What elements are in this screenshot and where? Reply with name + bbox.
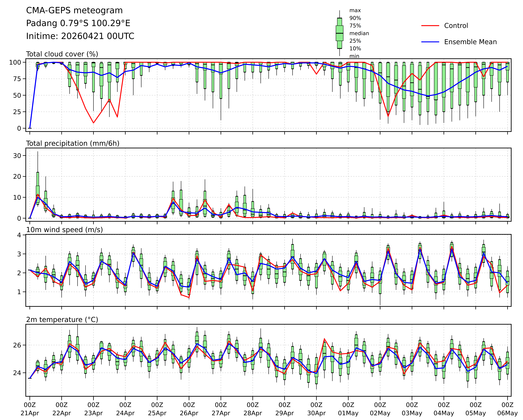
box-25-75	[76, 62, 79, 75]
legend-series-label: Ensemble Mean	[444, 38, 497, 46]
panel-title: Total precipitation (mm/6h)	[26, 139, 120, 147]
x-label-hour: 00Z	[406, 401, 418, 408]
panel-total-precipitation-mm-6h: 0102030Total precipitation (mm/6h)	[13, 139, 511, 224]
x-axis-labels: 00Z21Apr00Z22Apr00Z23Apr00Z24Apr00Z25Apr…	[20, 401, 518, 417]
y-tick-label: 1	[17, 288, 21, 296]
x-label-hour: 00Z	[311, 401, 323, 408]
meteogram-chart: 0255075100Total cloud cover (%)0102030To…	[0, 0, 523, 420]
box-25-75	[418, 65, 422, 102]
box-25-75	[458, 63, 462, 89]
box-25-75	[339, 271, 342, 281]
x-label-date: 21Apr	[20, 410, 39, 417]
x-label-hour: 00Z	[215, 401, 227, 408]
box-25-75	[131, 62, 135, 67]
x-label-date: 25Apr	[148, 410, 167, 417]
boxplots	[28, 324, 509, 389]
panel-total-cloud-cover: 0255075100Total cloud cover (%)	[9, 50, 511, 135]
y-tick-label: 10	[13, 194, 21, 201]
box-25-75	[426, 67, 430, 98]
x-label-date: 26Apr	[180, 410, 198, 417]
x-label-hour: 00Z	[278, 401, 291, 408]
meteogram-page: CMA-GEPS meteogram Padang 0.79°S 100.29°…	[0, 0, 523, 420]
x-label-date: 30Apr	[307, 410, 326, 417]
panel-title: 2m temperature (°C)	[26, 316, 98, 324]
y-tick-label: 3	[17, 250, 21, 258]
x-label-hour: 00Z	[501, 401, 514, 408]
x-label-hour: 00Z	[342, 401, 354, 408]
x-label-date: 24Apr	[116, 410, 135, 417]
box-25-75	[386, 63, 390, 96]
legend-percentile-label: min	[349, 53, 360, 59]
y-tick-label: 4	[17, 231, 21, 239]
x-label-hour: 00Z	[183, 401, 195, 408]
y-tick-label: 26	[13, 341, 21, 349]
x-label-date: 04May	[433, 410, 454, 417]
x-label-hour: 00Z	[374, 401, 386, 408]
boxplots	[28, 239, 509, 305]
panel-2m-temperature-c: 24262m temperature (°C)	[13, 316, 511, 400]
x-label-hour: 00Z	[438, 401, 450, 408]
x-label-hour: 00Z	[88, 401, 100, 408]
box-25-75	[394, 65, 398, 93]
y-tick-label: 24	[13, 369, 21, 377]
x-label-date: 03May	[402, 410, 422, 417]
x-label-date: 29Apr	[275, 410, 294, 417]
panel-title: Total cloud cover (%)	[26, 50, 98, 58]
legend-percentile-label: max	[349, 7, 361, 13]
x-label-date: 05May	[466, 410, 486, 417]
x-label-hour: 00Z	[247, 401, 259, 408]
x-label-date: 28Apr	[243, 410, 262, 417]
legend: max90%75%median25%10%minControlEnsemble …	[336, 7, 497, 59]
legend-percentile-label: 90%	[349, 15, 361, 21]
y-tick-label: 25	[13, 108, 21, 116]
box-25-75	[362, 63, 366, 79]
x-label-hour: 00Z	[470, 401, 482, 408]
box-25-75	[355, 63, 358, 78]
y-tick-label: 0	[17, 125, 21, 132]
legend-percentile-label: median	[349, 30, 369, 36]
box-25-75	[259, 213, 262, 216]
y-tick-label: 2	[17, 269, 21, 277]
box-25-75	[195, 336, 199, 344]
y-tick-label: 30	[13, 152, 21, 159]
x-label-hour: 00Z	[151, 401, 163, 408]
x-label-hour: 00Z	[24, 401, 36, 408]
panel-title: 10m wind speed (m/s)	[26, 226, 103, 234]
x-label-date: 01May	[338, 410, 359, 417]
y-tick-label: 75	[13, 75, 21, 82]
y-tick-label: 0	[17, 214, 21, 222]
legend-percentile-label: 75%	[349, 23, 361, 29]
x-label-date: 22Apr	[52, 410, 71, 417]
legend-percentile-label: 25%	[349, 38, 361, 44]
x-label-hour: 00Z	[119, 401, 131, 408]
x-label-hour: 00Z	[56, 401, 68, 408]
y-tick-label: 50	[13, 92, 21, 99]
boxplots	[28, 151, 509, 218]
y-tick-label: 100	[9, 59, 21, 66]
legend-percentile-label: 10%	[349, 45, 361, 52]
panel-10m-wind-speed-m-s: 123410m wind speed (m/s)	[17, 226, 511, 309]
x-label-date: 23Apr	[84, 410, 103, 417]
x-label-date: 06May	[497, 410, 518, 417]
y-tick-label: 20	[13, 173, 21, 180]
x-label-date: 27Apr	[212, 410, 230, 417]
x-label-date: 02May	[370, 410, 390, 417]
legend-series-label: Control	[444, 22, 468, 30]
